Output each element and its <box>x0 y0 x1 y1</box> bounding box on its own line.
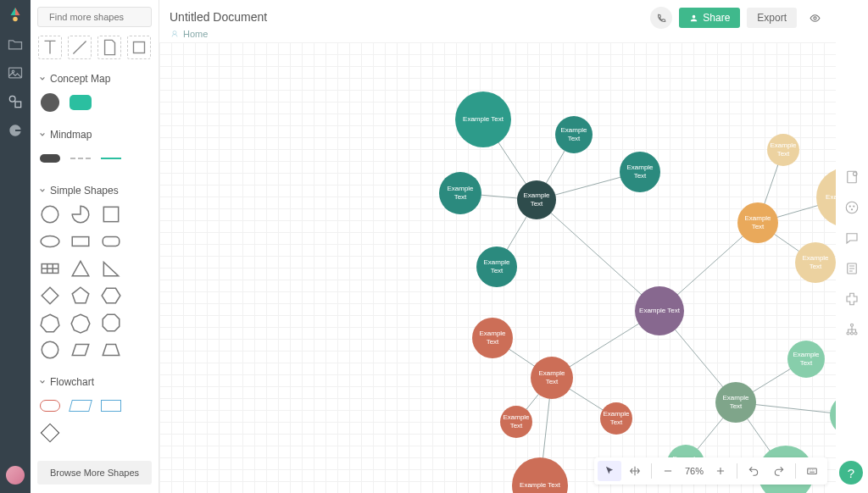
section-flowchart[interactable]: Flowchart <box>31 369 159 393</box>
phone-icon[interactable] <box>650 7 672 29</box>
browse-more-button[interactable]: Browse More Shapes <box>37 461 152 485</box>
node-label: Example Text <box>830 405 836 424</box>
octagon-shape[interactable] <box>100 313 122 332</box>
square-shape[interactable] <box>100 205 122 224</box>
search-shapes-input[interactable] <box>37 7 152 27</box>
diagram-node[interactable]: Example Text <box>767 134 799 166</box>
google-icon[interactable] <box>7 122 24 139</box>
app-logo[interactable] <box>6 5 25 24</box>
pan-tool[interactable] <box>623 461 647 481</box>
text-tool[interactable] <box>38 36 62 59</box>
hierarchy-icon[interactable] <box>844 322 860 337</box>
section-mindmap[interactable]: Mindmap <box>31 122 159 146</box>
trapezoid-shape[interactable] <box>100 341 122 359</box>
diagram-node[interactable]: Example Text <box>737 202 778 243</box>
diagram-node[interactable]: Example Text <box>555 116 593 153</box>
diagram-node[interactable]: Example Text <box>600 402 632 435</box>
section-label: Mindmap <box>50 129 92 141</box>
diagram-node[interactable]: Example Text <box>795 242 836 283</box>
zoom-level: 76% <box>682 466 707 476</box>
node-label: Example Text <box>767 140 799 159</box>
diamond-shape[interactable] <box>39 286 61 305</box>
eye-icon[interactable] <box>804 7 826 29</box>
diagram-canvas[interactable]: Example TextExample TextExample TextExam… <box>159 42 836 493</box>
fc-data-shape[interactable] <box>70 396 92 415</box>
right-triangle-shape[interactable] <box>100 259 122 278</box>
topbar-actions: Share Export <box>650 7 826 29</box>
shapes-icon[interactable] <box>7 93 24 110</box>
node-label: Example Text <box>737 213 778 232</box>
node-label: Example Text <box>518 479 562 491</box>
ellipse-shape[interactable] <box>39 232 61 251</box>
zoom-out-button[interactable] <box>656 461 680 481</box>
undo-button[interactable] <box>742 461 765 481</box>
concept-circle-shape[interactable] <box>39 93 61 112</box>
redo-button[interactable] <box>767 461 791 481</box>
fc-process-shape[interactable] <box>100 396 122 415</box>
breadcrumb[interactable]: Home <box>159 29 836 42</box>
page-tool[interactable] <box>97 36 121 59</box>
share-button[interactable]: Share <box>679 8 740 28</box>
diagram-node[interactable]: Example Text <box>620 152 660 192</box>
diagram-node[interactable]: Example Text <box>830 394 836 436</box>
image-icon[interactable] <box>7 64 24 81</box>
node-label: Example Text <box>824 191 836 203</box>
keyboard-button[interactable] <box>800 461 824 481</box>
document-title[interactable]: Untitled Document <box>170 10 267 24</box>
diagram-node[interactable]: Example Text <box>455 91 511 147</box>
diagram-node[interactable]: Example Text <box>816 168 836 227</box>
heptagon-shape[interactable] <box>39 313 61 332</box>
diagram-node[interactable]: Example Text <box>472 318 513 358</box>
comment-icon[interactable] <box>844 230 860 246</box>
svg-point-39 <box>849 205 851 207</box>
circle2-shape[interactable] <box>39 341 61 359</box>
triangle-shape[interactable] <box>70 259 92 278</box>
parallelogram-shape[interactable] <box>70 341 92 359</box>
svg-rect-11 <box>103 237 120 246</box>
settings-icon[interactable] <box>844 169 860 185</box>
rounded-rect-shape[interactable] <box>100 232 122 251</box>
diagram-node[interactable]: Example Text <box>635 286 684 335</box>
fc-terminator-shape[interactable] <box>39 396 61 415</box>
circle-shape[interactable] <box>39 205 61 224</box>
line-tool[interactable] <box>68 36 92 59</box>
zoom-in-button[interactable] <box>709 461 732 481</box>
section-concept-map[interactable]: Concept Map <box>31 66 159 90</box>
theme-icon[interactable] <box>844 200 860 215</box>
diagram-node[interactable]: Example Text <box>531 357 573 399</box>
export-button[interactable]: Export <box>747 8 797 28</box>
heptagon2-shape[interactable] <box>70 313 92 332</box>
arc-shape[interactable] <box>70 205 92 224</box>
user-avatar[interactable] <box>6 466 25 485</box>
mindmap-line-shape[interactable] <box>100 149 122 168</box>
breadcrumb-home: Home <box>183 29 208 39</box>
pointer-tool[interactable] <box>598 461 621 481</box>
pentagon-shape[interactable] <box>70 286 92 305</box>
notes-icon[interactable] <box>844 261 860 276</box>
diagram-node[interactable]: Example Text <box>439 172 481 214</box>
diagram-node[interactable]: Example Text <box>476 246 517 287</box>
table-shape[interactable] <box>39 259 61 278</box>
plugin-icon[interactable] <box>844 291 860 307</box>
flowchart-shapes <box>31 393 159 452</box>
mindmap-dashed-shape[interactable] <box>70 149 92 168</box>
shapes-sidebar: Concept Map Mindmap Simple Shapes <box>31 0 159 493</box>
diagram-node[interactable]: Example Text <box>715 382 756 423</box>
rectangle-shape[interactable] <box>70 232 92 251</box>
svg-point-13 <box>42 341 58 358</box>
mindmap-pill-shape[interactable] <box>39 149 61 168</box>
rect-tool[interactable] <box>127 36 151 59</box>
diagram-node[interactable]: Example Text <box>512 457 568 493</box>
section-simple-shapes[interactable]: Simple Shapes <box>31 178 159 202</box>
search-input[interactable] <box>49 12 166 22</box>
hexagon-shape[interactable] <box>100 286 122 305</box>
help-button[interactable]: ? <box>839 461 863 485</box>
fc-decision-shape[interactable] <box>39 424 61 442</box>
diagram-node[interactable]: Example Text <box>517 180 556 219</box>
diagram-node[interactable]: Example Text <box>500 406 532 438</box>
section-label: Simple Shapes <box>50 185 119 197</box>
tool-row <box>31 32 159 66</box>
diagram-node[interactable]: Example Text <box>787 341 825 378</box>
concept-rounded-shape[interactable] <box>70 93 92 112</box>
folder-icon[interactable] <box>7 36 24 53</box>
